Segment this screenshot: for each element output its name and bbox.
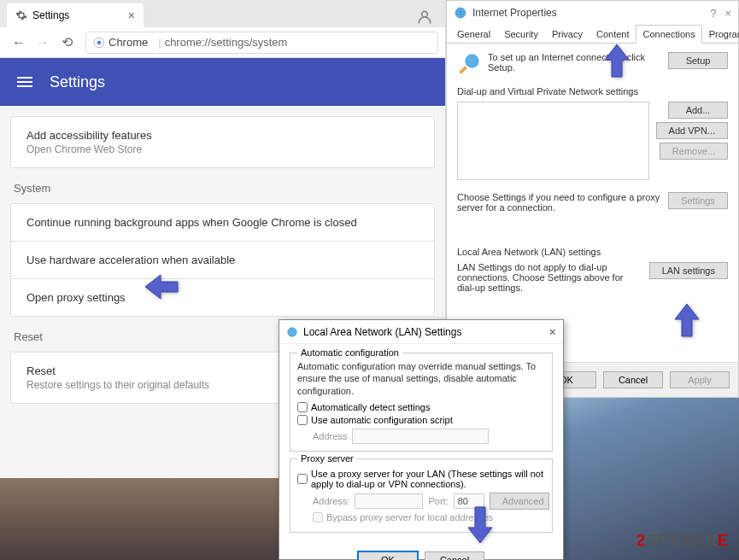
auto-legend: Automatic configuration	[297, 347, 402, 358]
reload-button[interactable]: ⟲	[55, 31, 79, 55]
bypass-checkbox[interactable]	[313, 512, 323, 522]
tab-privacy[interactable]: Privacy	[545, 25, 589, 44]
proxy-legend: Proxy server	[297, 453, 357, 464]
lan-titlebar: Local Area Network (LAN) Settings ×	[279, 320, 563, 344]
forward-button[interactable]: →	[31, 31, 55, 55]
auto-detect-label: Automatically detect settings	[311, 402, 430, 412]
accessibility-card[interactable]: Add accessibility features Open Chrome W…	[10, 116, 435, 168]
use-proxy-label: Use a proxy server for your LAN (These s…	[311, 469, 545, 489]
svg-point-2	[97, 40, 102, 44]
connection-icon	[457, 52, 481, 76]
url-text: chrome://settings/system	[165, 36, 288, 49]
close-button[interactable]: ×	[724, 7, 731, 20]
menu-icon[interactable]	[17, 77, 32, 87]
tab-programs[interactable]: Programs	[702, 25, 739, 44]
tab-connections[interactable]: Connections	[636, 25, 701, 44]
system-item-hw-accel[interactable]: Use hardware acceleration when available	[11, 241, 434, 278]
tab-close-icon[interactable]: ×	[128, 9, 135, 22]
arrow-icon	[601, 44, 632, 80]
auto-script-checkbox[interactable]	[297, 415, 308, 425]
globe-icon	[286, 326, 298, 338]
auto-detect-checkbox[interactable]	[297, 402, 308, 412]
lan-settings-button[interactable]: LAN settings	[649, 262, 728, 279]
proxy-address-input[interactable]	[355, 493, 423, 509]
address-bar: ← → ⟲ Chrome | chrome://settings/system	[0, 27, 445, 58]
tab-content[interactable]: Content	[589, 25, 636, 44]
browser-tab[interactable]: Settings ×	[7, 3, 144, 27]
tab-bar: Settings ×	[0, 0, 445, 27]
lan-label: Local Area Network (LAN) settings	[457, 247, 728, 257]
lan-cancel-button[interactable]: Cancel	[425, 551, 484, 560]
help-button[interactable]: ?	[710, 7, 716, 20]
setup-text: To set up an Internet connection, click …	[488, 52, 661, 73]
svg-point-5	[288, 327, 297, 336]
lan-settings-dialog: Local Area Network (LAN) Settings × Auto…	[279, 319, 564, 560]
system-section-label: System	[14, 182, 435, 195]
settings-button[interactable]: Settings	[668, 192, 728, 209]
tab-security[interactable]: Security	[497, 25, 545, 44]
url-input[interactable]: Chrome | chrome://settings/system	[85, 32, 438, 54]
ie-title-text: Internet Properties	[472, 7, 557, 19]
watermark: 2SPYWARE	[636, 532, 729, 550]
add-vpn-button[interactable]: Add VPN...	[656, 122, 728, 139]
ie-body: To set up an Internet connection, click …	[447, 44, 738, 301]
lan-text: LAN Settings do not apply to dial-up con…	[457, 262, 642, 293]
auto-desc: Automatic configuration may override man…	[297, 360, 545, 397]
remove-button[interactable]: Remove...	[660, 143, 728, 160]
port-label: Port:	[428, 496, 448, 506]
cancel-button[interactable]: Cancel	[603, 371, 663, 388]
ie-tabs: General Security Privacy Content Connect…	[447, 25, 738, 44]
auto-script-label: Use automatic configuration script	[311, 415, 453, 425]
tab-general[interactable]: General	[450, 25, 497, 44]
lan-title-text: Local Area Network (LAN) Settings	[303, 326, 461, 338]
auto-config-group: Automatic configuration Automatic config…	[290, 353, 553, 452]
lan-body: Automatic configuration Automatic config…	[279, 344, 563, 548]
card-title: Add accessibility features	[26, 129, 419, 142]
dialup-list[interactable]	[457, 102, 649, 180]
svg-point-0	[422, 11, 428, 17]
lan-ok-button[interactable]: OK	[358, 551, 418, 560]
back-button[interactable]: ←	[7, 31, 31, 55]
system-item-bg-apps[interactable]: Continue running background apps when Go…	[11, 204, 434, 241]
ie-titlebar: Internet Properties ? ×	[447, 1, 738, 25]
address-label: Address	[313, 431, 347, 441]
add-button[interactable]: Add...	[668, 102, 728, 119]
header-title: Settings	[50, 73, 105, 91]
system-card: Continue running background apps when Go…	[10, 203, 435, 317]
profile-icon[interactable]	[414, 7, 435, 27]
settings-header: Settings	[0, 58, 445, 106]
globe-icon	[454, 6, 467, 20]
use-proxy-checkbox[interactable]	[297, 474, 308, 484]
lan-footer: OK Cancel	[279, 548, 563, 560]
system-item-proxy[interactable]: Open proxy settings	[11, 278, 434, 316]
arrow-icon	[672, 304, 702, 340]
svg-point-4	[465, 54, 478, 67]
tab-title: Settings	[32, 9, 69, 21]
setup-button[interactable]: Setup	[668, 52, 728, 69]
card-subtitle: Open Chrome Web Store	[26, 143, 419, 155]
choose-settings-text: Choose Settings if you need to configure…	[457, 192, 661, 213]
gear-icon	[15, 9, 27, 21]
advanced-button[interactable]: Advanced	[490, 493, 549, 510]
proxy-address-label: Address:	[313, 496, 349, 506]
close-icon[interactable]: ×	[549, 325, 556, 339]
apply-button[interactable]: Apply	[670, 371, 730, 388]
arrow-icon	[145, 271, 181, 302]
proxy-group: Proxy server Use a proxy server for your…	[290, 458, 553, 533]
script-address-input[interactable]	[352, 429, 489, 444]
arrow-icon	[465, 504, 496, 543]
dialup-label: Dial-up and Virtual Private Network sett…	[457, 86, 728, 96]
url-chip: Chrome	[93, 36, 148, 49]
